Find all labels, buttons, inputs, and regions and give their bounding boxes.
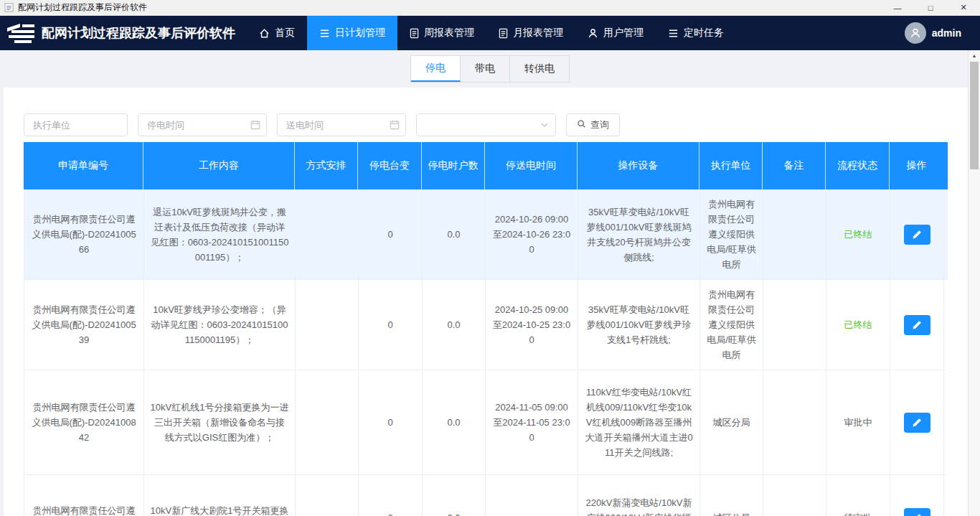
cell-remark — [763, 370, 826, 474]
cell-transformers: 0 — [359, 370, 423, 474]
nav-item-label: 首页 — [275, 27, 295, 39]
vertical-scrollbar[interactable]: ▲ — [968, 50, 980, 516]
table-row: 贵州电网有限责任公司遵义供电局(配)-10kV新广线大剧院1号开关箱更换（新增设… — [24, 475, 948, 516]
pencil-icon — [912, 513, 922, 516]
outage-time-picker[interactable] — [138, 113, 267, 136]
close-button[interactable]: ✕ — [947, 0, 980, 15]
cell-hours: 0.0 — [423, 475, 486, 516]
column-header: 停电台变 — [358, 142, 422, 189]
data-table: 申请单编号工作内容方式安排停电台变停电时户数停送电时间操作设备执行单位备注流程状… — [24, 142, 948, 516]
cell-remark — [763, 475, 826, 516]
nav-item-label: 定时任务 — [684, 27, 724, 39]
maximize-button[interactable]: □ — [914, 0, 947, 15]
table-row: 贵州电网有限责任公司遵义供电局(配)-D202410053910kV旺萝线尹珍公… — [24, 280, 948, 370]
cell-unit: 贵州电网有限责任公司遵义绥阳供电局/旺草供电所 — [700, 280, 763, 370]
cell-unit: 城区分局 — [700, 475, 763, 516]
filter-bar: 查询 — [4, 88, 968, 136]
cell-op — [890, 280, 944, 370]
cell-time: 2024-10-25 09:00 至2024-10-25 23:00 — [486, 280, 578, 370]
cell-remark — [763, 189, 826, 279]
nav-item-label: 用户管理 — [603, 27, 644, 39]
column-header: 流程状态 — [826, 142, 890, 189]
cell-transformers: 0 — [359, 475, 423, 516]
column-header: 申请单编号 — [24, 142, 143, 189]
cell-time: 2024-10-26 09:00 至2024-10-26 23:00 — [486, 189, 578, 279]
table-row: 贵州电网有限责任公司遵义供电局(配)-D202410084210kV红机线1号分… — [24, 370, 948, 475]
supply-time-picker[interactable] — [277, 113, 406, 136]
cell-equipment: 35kV旺草变电站/10kV旺萝线001/10kV旺萝线尹珍支线1号杆跳线; — [578, 280, 700, 370]
cell-equipment: 35kV旺草变电站/10kV旺萝线001/10kV旺萝线斑鸠井支线20号杆斑鸠井… — [578, 189, 700, 279]
nav-item-label: 日计划管理 — [335, 27, 385, 39]
cell-transformers: 0 — [359, 189, 423, 279]
cell-remark — [763, 280, 826, 370]
nav-item-home[interactable]: 首页 — [247, 16, 307, 50]
filter-select[interactable] — [416, 113, 556, 136]
app-header: 配网计划过程跟踪及事后评价软件 首页日计划管理周报表管理月报表管理用户管理定时任… — [0, 16, 980, 50]
cell-status: 已终结 — [826, 189, 890, 279]
content-card: 查询 申请单编号工作内容方式安排停电台变停电时户数停送电时间操作设备执行单位备注… — [4, 88, 968, 516]
edit-button[interactable] — [904, 225, 930, 245]
column-header: 工作内容 — [143, 142, 295, 189]
minimize-button[interactable]: — — [881, 0, 914, 15]
doc-icon — [410, 28, 419, 39]
cell-equipment: 220kV新蒲变电站/10kV新广线006/10kV新广线华恒城开关箱华恒城主 — [578, 475, 700, 516]
cell-hours: 0.0 — [423, 280, 486, 370]
scrollbar-up-arrow[interactable]: ▲ — [969, 50, 980, 61]
cell-unit: 贵州电网有限责任公司遵义绥阳供电局/旺草供电所 — [700, 189, 763, 279]
user-menu[interactable]: admin — [905, 22, 961, 44]
column-header: 执行单位 — [699, 142, 763, 189]
nav-item-weekly-report[interactable]: 周报表管理 — [397, 16, 486, 50]
cell-hours: 0.0 — [423, 189, 486, 279]
column-header: 停送电时间 — [485, 142, 578, 189]
nav-item-label: 周报表管理 — [424, 27, 474, 39]
app-title: 配网计划过程跟踪及事后评价软件 — [42, 24, 235, 42]
nav-item-user-management[interactable]: 用户管理 — [575, 16, 656, 50]
table-body: 贵州电网有限责任公司遵义供电局(配)-D2024100566退运10kV旺萝线斑… — [24, 189, 948, 516]
cell-id: 贵州电网有限责任公司遵义供电局(配)- — [24, 475, 144, 516]
column-header: 操作 — [890, 142, 943, 189]
pencil-icon — [912, 230, 922, 240]
username: admin — [932, 27, 961, 39]
main-nav: 首页日计划管理周报表管理月报表管理用户管理定时任务 — [247, 16, 736, 50]
supply-time-input[interactable] — [277, 113, 406, 136]
cell-content: 10kV红机线1号分接箱更换为一进三出开关箱（新增设备命名与接线方式以GIS红图… — [144, 370, 296, 474]
list-icon — [319, 28, 330, 39]
search-button-label: 查询 — [590, 118, 609, 131]
tab-strip: 停电带电转供电 — [410, 55, 570, 83]
cell-op — [890, 189, 944, 279]
cell-mode — [296, 475, 359, 516]
tab-bar: 停电带电转供电 — [0, 50, 980, 88]
doc-icon — [499, 28, 508, 39]
cell-mode — [296, 189, 359, 279]
cell-status: 已终结 — [826, 280, 890, 370]
column-header: 备注 — [763, 142, 826, 189]
cell-time: 2024-11-05 09:00 至2024-11-05 23:00 — [486, 370, 578, 474]
chevron-down-icon — [540, 121, 549, 129]
cell-time — [486, 475, 578, 516]
home-icon — [259, 28, 270, 39]
cell-status: 待审批 — [826, 475, 890, 516]
outage-time-input[interactable] — [138, 113, 267, 136]
edit-button[interactable] — [904, 508, 930, 516]
edit-button[interactable] — [904, 315, 930, 335]
user-icon — [588, 28, 598, 39]
nav-item-monthly-report[interactable]: 月报表管理 — [486, 16, 575, 50]
nav-item-daily-plan[interactable]: 日计划管理 — [307, 16, 397, 50]
app-window-icon — [4, 3, 14, 12]
nav-item-label: 月报表管理 — [513, 27, 563, 39]
nav-item-scheduled-tasks[interactable]: 定时任务 — [656, 16, 736, 50]
scrollbar-thumb[interactable] — [970, 62, 979, 169]
user-avatar-icon — [905, 22, 926, 44]
tab-live[interactable]: 带电 — [461, 56, 510, 82]
executing-unit-input[interactable] — [24, 113, 128, 136]
search-button[interactable]: 查询 — [566, 113, 620, 136]
tab-transfer[interactable]: 转供电 — [510, 56, 569, 82]
cell-transformers: 0 — [359, 280, 423, 370]
app-logo-icon — [7, 23, 36, 43]
window-title: 配网计划过程跟踪及事后评价软件 — [18, 1, 147, 14]
cell-status: 审批中 — [826, 370, 890, 474]
tab-outage[interactable]: 停电 — [411, 56, 461, 82]
list-icon — [668, 28, 679, 39]
edit-button[interactable] — [904, 413, 930, 433]
cell-id: 贵州电网有限责任公司遵义供电局(配)-D2024100539 — [24, 280, 144, 370]
